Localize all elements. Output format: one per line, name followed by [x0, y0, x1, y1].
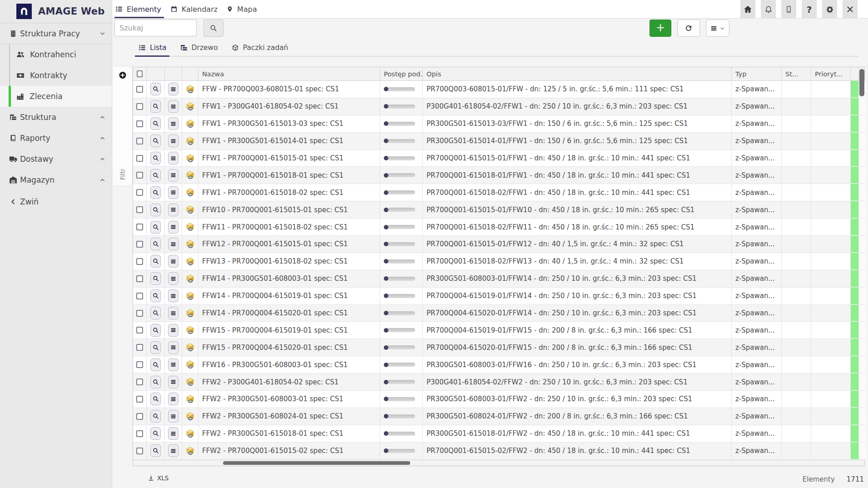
row-preview-button[interactable]	[150, 117, 161, 130]
row-checkbox[interactable]	[136, 327, 143, 334]
row-menu-button[interactable]	[168, 204, 179, 216]
table-row[interactable]: FFW14 - PR700Q004-615020-01 spec: CS1PR7…	[133, 305, 864, 322]
row-checkbox[interactable]	[136, 138, 143, 144]
row-checkbox[interactable]	[136, 172, 143, 179]
row-preview-button[interactable]	[150, 169, 161, 182]
sidebar-collapse-button[interactable]: Zwiń	[0, 191, 112, 212]
row-checkbox[interactable]	[136, 258, 143, 265]
row-menu-button[interactable]	[168, 289, 179, 302]
row-checkbox[interactable]	[136, 103, 143, 110]
view-tab-paczki-zadań[interactable]: Paczki zadań	[232, 44, 288, 56]
row-preview-button[interactable]	[150, 238, 161, 250]
row-preview-button[interactable]	[150, 410, 161, 423]
sidebar-item-struktura[interactable]: Struktura	[0, 107, 112, 128]
row-menu-button[interactable]	[168, 393, 179, 405]
row-preview-button[interactable]	[150, 376, 161, 388]
table-row[interactable]: FFW - PR700Q003-608015-01 spec: CS1PR700…	[133, 81, 864, 98]
add-button[interactable]: +	[650, 20, 671, 37]
table-row[interactable]: FFW12 - PR700Q001-615015-01 spec: CS1PR7…	[133, 236, 864, 253]
sidebar-item-dostawy[interactable]: Dostawy	[0, 149, 112, 169]
row-preview-button[interactable]	[150, 393, 161, 405]
row-menu-button[interactable]	[168, 152, 179, 164]
row-menu-button[interactable]	[168, 238, 179, 250]
row-preview-button[interactable]	[150, 341, 161, 354]
row-menu-button[interactable]	[168, 359, 179, 371]
filter-panel-tab[interactable]: Filtr	[113, 66, 133, 186]
tab-elementy[interactable]: Elementy	[114, 0, 169, 18]
row-preview-button[interactable]	[150, 359, 161, 371]
row-checkbox[interactable]	[136, 430, 143, 437]
row-checkbox[interactable]	[136, 378, 143, 385]
table-row[interactable]: FFW1 - PR700Q001-615018-02 spec: CS1PR70…	[133, 184, 864, 201]
row-preview-button[interactable]	[150, 427, 161, 440]
row-menu-button[interactable]	[168, 83, 179, 95]
sidebar-item-raporty[interactable]: Raporty	[0, 128, 112, 149]
row-menu-button[interactable]	[168, 186, 179, 199]
row-checkbox[interactable]	[136, 275, 143, 282]
table-row[interactable]: FFW1 - PR300G501-615013-03 spec: CS1PR30…	[133, 115, 864, 133]
sidebar-item-zlecenia[interactable]: Zlecenia	[0, 86, 112, 107]
refresh-button[interactable]	[677, 20, 700, 37]
row-checkbox[interactable]	[136, 396, 143, 403]
table-row[interactable]: FFW2 - PR300G501-615018-01 spec: CS1PR30…	[133, 425, 864, 443]
add-filter-icon[interactable]	[119, 71, 127, 79]
row-menu-button[interactable]	[168, 341, 179, 354]
select-all-checkbox[interactable]	[137, 70, 143, 77]
tab-kalendarz[interactable]: Kalendarz	[169, 0, 225, 18]
table-row[interactable]: FFW14 - PR700Q004-615019-01 spec: CS1PR7…	[133, 288, 864, 305]
table-row[interactable]: FFW2 - PR700Q001-615015-02 spec: CS1PR70…	[133, 443, 864, 460]
view-tab-lista[interactable]: Lista	[139, 44, 167, 56]
search-input[interactable]	[114, 20, 197, 36]
row-preview-button[interactable]	[150, 100, 161, 113]
home-button[interactable]	[740, 0, 755, 19]
row-preview-button[interactable]	[150, 83, 161, 95]
row-preview-button[interactable]	[150, 307, 161, 319]
row-checkbox[interactable]	[136, 189, 143, 196]
table-row[interactable]: FFW1 - PR700Q001-615018-01 spec: CS1PR70…	[133, 167, 864, 184]
bell-button[interactable]	[761, 0, 776, 19]
row-preview-button[interactable]	[150, 134, 161, 147]
vertical-scrollbar-thumb[interactable]	[859, 69, 864, 96]
question-button[interactable]: ?	[802, 0, 817, 19]
row-checkbox[interactable]	[136, 86, 143, 93]
horizontal-scrollbar-thumb[interactable]	[223, 461, 410, 465]
table-row[interactable]: FFW2 - P300G401-618054-02 spec: CS1P300G…	[133, 373, 864, 391]
table-row[interactable]: FFW2 - PR300G501-608003-01 spec: CS1PR30…	[133, 391, 864, 408]
close-button[interactable]	[843, 0, 858, 19]
row-menu-button[interactable]	[168, 169, 179, 182]
row-preview-button[interactable]	[150, 444, 161, 457]
row-menu-button[interactable]	[168, 307, 179, 319]
row-menu-button[interactable]	[168, 134, 179, 147]
row-menu-button[interactable]	[168, 324, 179, 337]
table-row[interactable]: FFW1 - PR700Q001-615015-01 spec: CS1PR70…	[133, 150, 864, 167]
row-checkbox[interactable]	[136, 293, 143, 299]
gear-button[interactable]	[822, 0, 837, 19]
table-row[interactable]: FFW15 - PR700Q004-615020-01 spec: CS1PR7…	[133, 339, 864, 356]
row-menu-button[interactable]	[168, 255, 179, 268]
row-menu-button[interactable]	[168, 100, 179, 113]
table-row[interactable]: FFW11 - PR700Q001-615018-02 spec: CS1PR7…	[133, 219, 864, 236]
row-checkbox[interactable]	[136, 120, 143, 127]
row-menu-button[interactable]	[168, 272, 179, 285]
row-preview-button[interactable]	[150, 272, 161, 285]
row-checkbox[interactable]	[136, 413, 143, 420]
tab-mapa[interactable]: Mapa	[225, 0, 264, 18]
table-row[interactable]: FFW1 - P300G401-618054-02 spec: CS1P300G…	[133, 98, 864, 115]
row-checkbox[interactable]	[136, 310, 143, 317]
export-xls-button[interactable]: XLS	[148, 474, 169, 482]
row-checkbox[interactable]	[136, 448, 143, 454]
row-menu-button[interactable]	[168, 221, 179, 234]
row-menu-button[interactable]	[168, 444, 179, 457]
table-row[interactable]: FFW14 - PR300G501-608003-01 spec: CS1PR3…	[133, 270, 864, 288]
sidebar-item-magazyn[interactable]: Magazyn	[0, 169, 112, 190]
row-preview-button[interactable]	[150, 152, 161, 164]
row-preview-button[interactable]	[150, 324, 161, 337]
row-preview-button[interactable]	[150, 289, 161, 302]
sidebar-item-struktura-pracy[interactable]: Struktura Pracy	[0, 23, 112, 44]
table-row[interactable]: FFW10 - PR700Q001-615015-01 spec: CS1PR7…	[133, 201, 864, 219]
row-checkbox[interactable]	[136, 206, 143, 213]
row-checkbox[interactable]	[136, 344, 143, 351]
row-preview-button[interactable]	[150, 255, 161, 268]
row-menu-button[interactable]	[168, 427, 179, 440]
row-preview-button[interactable]	[150, 221, 161, 234]
